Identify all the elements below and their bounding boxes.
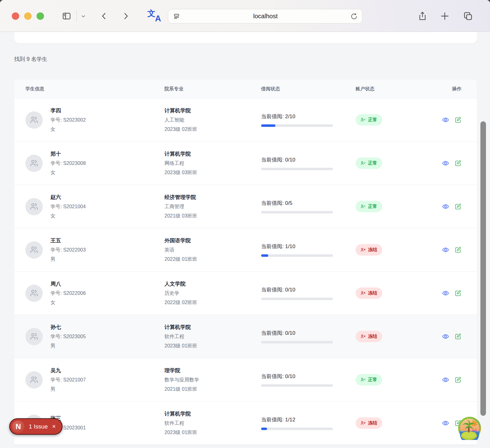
borrow-count-label: 当前借阅: 0/5 xyxy=(261,200,356,207)
class-name: 2021级 03班班 xyxy=(164,211,261,221)
status-label: 正常 xyxy=(368,160,377,166)
minimize-window-button[interactable] xyxy=(24,12,32,20)
user-x-icon xyxy=(361,334,366,339)
student-avatar xyxy=(25,328,43,345)
table-row[interactable]: 孙七 学号: S2023005 男 计算机学院 软件工程 2023级 01班班 … xyxy=(14,315,477,358)
close-window-button[interactable] xyxy=(12,12,19,20)
account-status-cell: 正常 xyxy=(356,374,433,386)
college-name: 计算机学院 xyxy=(164,106,261,115)
users-icon xyxy=(30,333,38,341)
toolbar-divider xyxy=(77,11,77,22)
eye-icon xyxy=(442,290,449,297)
student-name: 郑十 xyxy=(50,149,86,159)
status-badge: 冻结 xyxy=(356,417,382,429)
table-row[interactable]: 赵六 学号: S2021004 女 经济管理学院 工商管理 2021级 03班班… xyxy=(14,185,477,228)
status-label: 正常 xyxy=(368,117,377,123)
major-name: 人工智能 xyxy=(164,115,261,125)
edit-student-button[interactable] xyxy=(454,203,462,210)
class-name: 2023级 01班班 xyxy=(164,428,261,437)
view-student-button[interactable] xyxy=(442,376,449,383)
dismiss-issue-button[interactable]: × xyxy=(52,423,56,430)
forward-button[interactable] xyxy=(120,9,132,24)
borrow-count-label: 当前借阅: 1/10 xyxy=(261,243,356,250)
sidebar-menu-button[interactable] xyxy=(79,9,88,24)
student-gender: 男 xyxy=(50,255,86,264)
college-name: 计算机学院 xyxy=(164,323,261,332)
plus-icon xyxy=(440,11,450,21)
table-row[interactable]: 李四 学号: S2023002 女 计算机学院 人工智能 2023级 02班班 … xyxy=(14,98,477,141)
view-student-button[interactable] xyxy=(442,333,449,340)
user-x-icon xyxy=(361,420,366,426)
zoom-window-button[interactable] xyxy=(37,12,44,20)
island-extension-badge[interactable] xyxy=(458,416,481,440)
eye-icon xyxy=(442,160,449,167)
sidebar-toggle-button[interactable] xyxy=(59,9,74,24)
header-student-info: 学生信息 xyxy=(25,86,164,92)
students-table: 学生信息 院系专业 借阅状态 账户状态 操作 李四 学号: S2023002 xyxy=(14,80,477,445)
scrollbar-thumb[interactable] xyxy=(480,121,486,416)
student-id: 学号: S2021007 xyxy=(50,375,86,385)
view-student-button[interactable] xyxy=(442,420,449,427)
borrow-cell: 当前借阅: 0/10 xyxy=(261,286,356,300)
back-button[interactable] xyxy=(98,9,110,24)
college-name: 计算机学院 xyxy=(164,409,261,419)
page-settings-button[interactable] xyxy=(173,13,181,20)
student-name: 李四 xyxy=(50,106,86,115)
student-id: 学号: S2021004 xyxy=(50,202,86,211)
department-cell: 外国语学院 英语 2022级 01班班 xyxy=(164,236,261,264)
issue-count-label: 1 Issue xyxy=(29,423,48,430)
borrow-count-label: 当前借阅: 0/10 xyxy=(261,156,356,163)
department-cell: 计算机学院 人工智能 2023级 02班班 xyxy=(164,106,261,134)
reload-icon xyxy=(350,13,358,20)
account-status-cell: 冻结 xyxy=(356,331,433,342)
view-student-button[interactable] xyxy=(442,116,449,123)
edit-student-button[interactable] xyxy=(454,246,462,253)
table-row[interactable]: 吴九 学号: S2021007 男 理学院 数学与应用数学 2021级 01班班… xyxy=(14,358,477,401)
reload-button[interactable] xyxy=(350,13,358,20)
table-row[interactable]: 张三 学号: S2023001 计算机学院 软件工程 2023级 01班班 当前… xyxy=(14,401,477,445)
url-text[interactable]: localhost xyxy=(181,13,350,20)
edit-student-button[interactable] xyxy=(454,376,462,383)
eye-icon xyxy=(442,116,449,123)
new-tab-button[interactable] xyxy=(439,9,451,24)
address-bar[interactable]: localhost xyxy=(168,9,362,24)
table-row[interactable]: 王五 学号: S2022003 男 外国语学院 英语 2022级 01班班 当前… xyxy=(14,228,477,271)
translate-icon: 文 xyxy=(147,8,155,19)
student-name: 吴九 xyxy=(50,366,86,375)
student-gender: 女 xyxy=(50,168,86,177)
nextjs-logo: N xyxy=(12,420,24,433)
edit-student-button[interactable] xyxy=(454,290,462,297)
share-button[interactable] xyxy=(416,9,429,24)
status-label: 冻结 xyxy=(368,334,377,339)
header-department: 院系专业 xyxy=(164,86,261,92)
view-student-button[interactable] xyxy=(442,160,449,167)
tab-overview-button[interactable] xyxy=(462,9,475,24)
borrow-progress-track xyxy=(261,211,333,213)
edit-student-button[interactable] xyxy=(454,116,462,123)
major-name: 历史学 xyxy=(164,289,261,298)
borrow-count-label: 当前借阅: 2/10 xyxy=(261,113,356,120)
student-id: 学号: S2022006 xyxy=(50,289,86,298)
view-student-button[interactable] xyxy=(442,246,449,253)
edit-student-button[interactable] xyxy=(454,160,462,167)
table-row[interactable]: 周八 学号: S2022006 女 人文学院 历史学 2022级 02班班 当前… xyxy=(14,271,477,315)
user-check-icon xyxy=(361,377,366,382)
nextjs-dev-issue-badge[interactable]: N 1 Issue × xyxy=(9,418,63,435)
student-id: 学号: S2023005 xyxy=(50,332,86,341)
eye-icon xyxy=(442,420,449,427)
borrow-cell: 当前借阅: 0/10 xyxy=(261,156,356,170)
class-name: 2023级 01班班 xyxy=(164,341,261,351)
student-avatar xyxy=(25,111,43,129)
edit-student-button[interactable] xyxy=(454,333,462,340)
users-icon xyxy=(30,159,38,167)
student-info-cell: 郑十 学号: S2023008 女 xyxy=(25,149,164,177)
translate-button[interactable]: 文 A xyxy=(147,8,162,24)
borrow-progress-track xyxy=(261,384,333,387)
view-student-button[interactable] xyxy=(442,290,449,297)
user-check-icon xyxy=(361,117,366,123)
back-icon xyxy=(99,11,109,21)
status-badge: 正常 xyxy=(356,201,382,212)
tabs-icon xyxy=(463,11,473,21)
table-row[interactable]: 郑十 学号: S2023008 女 计算机学院 网络工程 2023级 03班班 … xyxy=(14,141,477,185)
view-student-button[interactable] xyxy=(442,203,449,210)
